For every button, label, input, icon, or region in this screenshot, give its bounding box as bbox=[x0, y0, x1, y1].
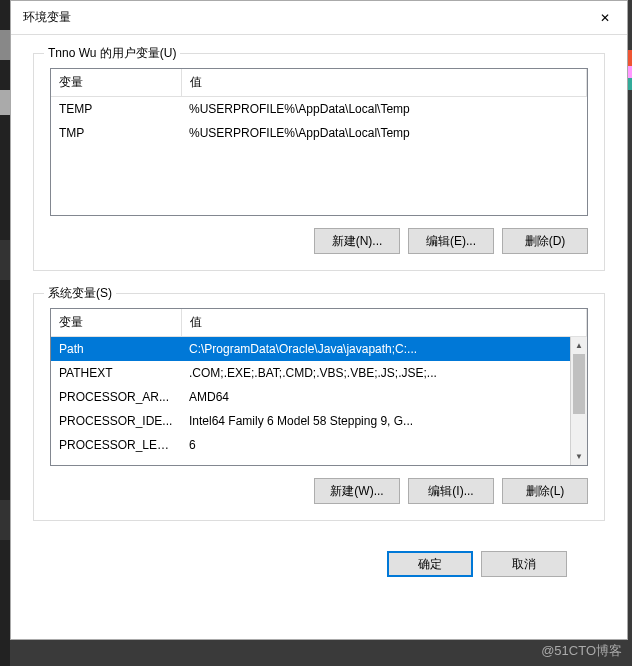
cell-var: TEMP bbox=[51, 97, 181, 122]
user-group-label: Tnno Wu 的用户变量(U) bbox=[44, 45, 180, 62]
cell-var: PROCESSOR_AR... bbox=[51, 385, 181, 409]
table-row[interactable]: PROCESSOR_IDE... Intel64 Family 6 Model … bbox=[51, 409, 587, 433]
user-variables-table-wrap[interactable]: 变量 值 TEMP %USERPROFILE%\AppData\Local\Te… bbox=[50, 68, 588, 216]
sys-buttons-row: 新建(W)... 编辑(I)... 删除(L) bbox=[50, 478, 588, 504]
cell-val: 6 bbox=[181, 433, 587, 457]
system-scrollbar[interactable]: ▲ ▼ bbox=[570, 337, 587, 465]
external-strip-left bbox=[0, 0, 10, 666]
dialog-title: 环境变量 bbox=[23, 9, 582, 26]
user-buttons-row: 新建(N)... 编辑(E)... 删除(D) bbox=[50, 228, 588, 254]
scroll-thumb[interactable] bbox=[573, 354, 585, 414]
dialog-footer: 确定 取消 bbox=[33, 543, 605, 577]
close-button[interactable]: ✕ bbox=[582, 1, 627, 35]
edit-user-var-button[interactable]: 编辑(E)... bbox=[408, 228, 494, 254]
table-row[interactable]: PATHEXT .COM;.EXE;.BAT;.CMD;.VBS;.VBE;.J… bbox=[51, 361, 587, 385]
watermark: @51CTO博客 bbox=[541, 642, 622, 660]
system-variables-table-wrap[interactable]: 变量 值 Path C:\ProgramData\Oracle\Java\jav… bbox=[50, 308, 588, 466]
scroll-down-icon[interactable]: ▼ bbox=[571, 448, 587, 465]
cell-val: %USERPROFILE%\AppData\Local\Temp bbox=[181, 97, 587, 122]
cell-var: PROCESSOR_LEV... bbox=[51, 433, 181, 457]
table-row[interactable]: Path C:\ProgramData\Oracle\Java\javapath… bbox=[51, 337, 587, 362]
col-variable[interactable]: 变量 bbox=[51, 309, 181, 337]
cell-var: Path bbox=[51, 337, 181, 362]
user-variables-table: 变量 值 TEMP %USERPROFILE%\AppData\Local\Te… bbox=[51, 69, 587, 145]
scroll-up-icon[interactable]: ▲ bbox=[571, 337, 587, 354]
table-row[interactable]: PROCESSOR_LEV... 6 bbox=[51, 433, 587, 457]
cell-val: .COM;.EXE;.BAT;.CMD;.VBS;.VBE;.JS;.JSE;.… bbox=[181, 361, 587, 385]
cell-var: TMP bbox=[51, 121, 181, 145]
col-value[interactable]: 值 bbox=[181, 69, 587, 97]
col-value[interactable]: 值 bbox=[181, 309, 587, 337]
cancel-button[interactable]: 取消 bbox=[481, 551, 567, 577]
new-sys-var-button[interactable]: 新建(W)... bbox=[314, 478, 400, 504]
close-icon: ✕ bbox=[600, 11, 610, 25]
delete-sys-var-button[interactable]: 删除(L) bbox=[502, 478, 588, 504]
edit-sys-var-button[interactable]: 编辑(I)... bbox=[408, 478, 494, 504]
sys-group-label: 系统变量(S) bbox=[44, 285, 116, 302]
cell-var: PROCESSOR_IDE... bbox=[51, 409, 181, 433]
table-row[interactable]: TEMP %USERPROFILE%\AppData\Local\Temp bbox=[51, 97, 587, 122]
environment-variables-dialog: 环境变量 ✕ Tnno Wu 的用户变量(U) 变量 值 TEMP %USERP bbox=[10, 0, 628, 640]
delete-user-var-button[interactable]: 删除(D) bbox=[502, 228, 588, 254]
new-user-var-button[interactable]: 新建(N)... bbox=[314, 228, 400, 254]
cell-val: Intel64 Family 6 Model 58 Stepping 9, G.… bbox=[181, 409, 587, 433]
table-row[interactable]: TMP %USERPROFILE%\AppData\Local\Temp bbox=[51, 121, 587, 145]
title-bar: 环境变量 ✕ bbox=[11, 1, 627, 35]
cell-val: %USERPROFILE%\AppData\Local\Temp bbox=[181, 121, 587, 145]
col-variable[interactable]: 变量 bbox=[51, 69, 181, 97]
cell-val: AMD64 bbox=[181, 385, 587, 409]
system-variables-table: 变量 值 Path C:\ProgramData\Oracle\Java\jav… bbox=[51, 309, 587, 457]
user-variables-group: Tnno Wu 的用户变量(U) 变量 值 TEMP %USERPROFILE%… bbox=[33, 53, 605, 271]
dialog-body: Tnno Wu 的用户变量(U) 变量 值 TEMP %USERPROFILE%… bbox=[11, 35, 627, 577]
ok-button[interactable]: 确定 bbox=[387, 551, 473, 577]
system-variables-group: 系统变量(S) 变量 值 Path C:\ProgramData\Oracle\… bbox=[33, 293, 605, 521]
cell-val: C:\ProgramData\Oracle\Java\javapath;C:..… bbox=[181, 337, 587, 362]
cell-var: PATHEXT bbox=[51, 361, 181, 385]
table-row[interactable]: PROCESSOR_AR... AMD64 bbox=[51, 385, 587, 409]
